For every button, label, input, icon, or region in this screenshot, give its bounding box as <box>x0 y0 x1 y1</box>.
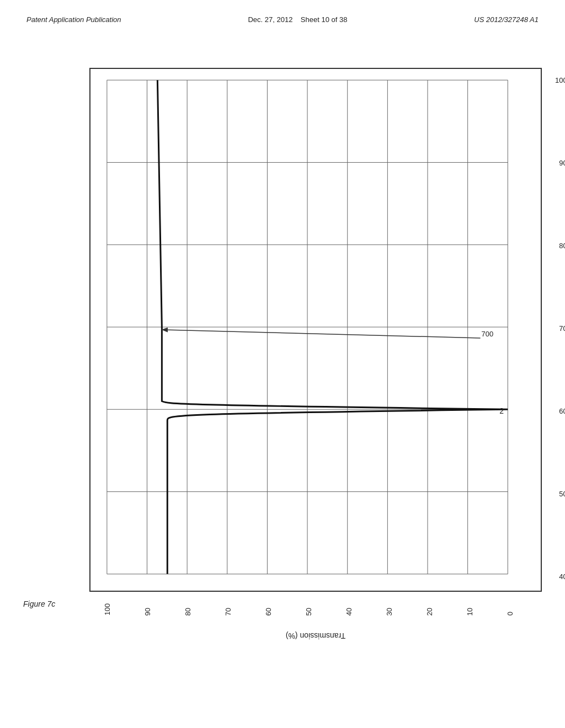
tick-right-700: 700 <box>559 324 565 333</box>
header-date: Dec. 27, 2012 <box>248 15 292 24</box>
header-date-sheet: Dec. 27, 2012 Sheet 10 of 38 <box>248 15 347 24</box>
svg-text:700: 700 <box>482 330 494 338</box>
tick-right-900: 900 <box>559 159 565 167</box>
tick-bottom-20: 20 <box>425 608 434 615</box>
page-header: Patent Application Publication Dec. 27, … <box>0 0 565 24</box>
tick-right-1000: 1000 <box>555 76 565 84</box>
tick-bottom-0: 0 <box>506 612 514 615</box>
tick-bottom-30: 30 <box>385 608 393 615</box>
header-sheet: Sheet 10 of 38 <box>301 15 348 24</box>
tick-right-800: 800 <box>559 242 565 250</box>
tick-bottom-10: 10 <box>466 608 474 615</box>
tick-bottom-60: 60 <box>264 608 273 615</box>
tick-bottom-90: 90 <box>143 608 152 615</box>
header-patent-number: US 2012/327248 A1 <box>474 15 539 24</box>
figure-label: Figure 7c <box>23 599 55 608</box>
tick-right-400: 400 <box>559 572 565 581</box>
chart-container: 2 700 1000 900 800 700 600 500 400 <box>89 68 542 592</box>
tick-bottom-100: 100 <box>103 603 111 615</box>
tick-bottom-70: 70 <box>224 608 232 615</box>
x-axis-label: Transmission (%) <box>286 631 345 640</box>
svg-text:2: 2 <box>499 406 504 415</box>
tick-bottom-40: 40 <box>345 608 353 615</box>
tick-right-600: 600 <box>559 407 565 415</box>
chart-svg: 2 700 <box>90 69 541 591</box>
header-publication-label: Patent Application Publication <box>26 15 121 24</box>
svg-line-19 <box>164 330 480 338</box>
tick-bottom-80: 80 <box>184 608 192 615</box>
figure-area: 2 700 1000 900 800 700 600 500 400 <box>0 68 565 592</box>
tick-bottom-50: 50 <box>305 608 313 615</box>
tick-right-500: 500 <box>559 490 565 498</box>
